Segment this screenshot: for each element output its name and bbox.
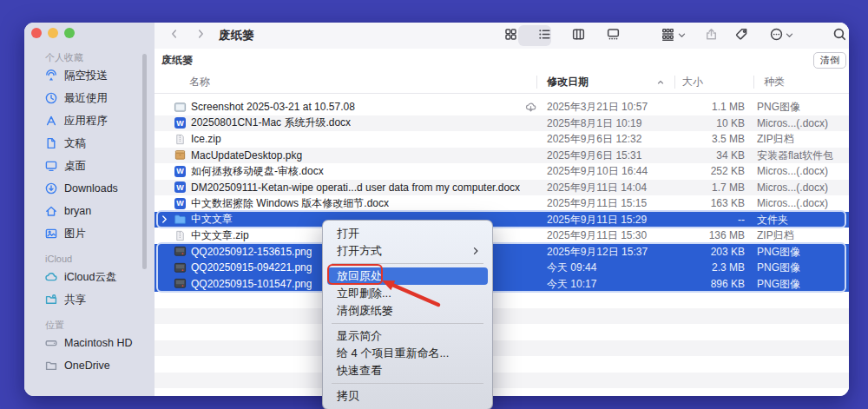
search-button[interactable] — [829, 25, 849, 46]
group-by-button[interactable] — [657, 25, 678, 46]
word-doc-icon: W — [174, 181, 187, 194]
sidebar-item-icloud-drive[interactable]: iCloud云盘 — [24, 266, 155, 288]
sidebar-item-applications[interactable]: 应用程序 — [24, 109, 155, 132]
toolbar: 废纸篓 — [155, 23, 849, 49]
file-name: QQ20250915-094221.png — [191, 261, 312, 274]
column-view-icon — [571, 27, 586, 45]
file-size: 1.1 MB — [658, 99, 745, 115]
file-name-cell: W中文数据擦除 Windows 版本修改细节.docx — [160, 195, 535, 212]
empty-row — [155, 292, 849, 308]
list-view-button[interactable] — [534, 25, 555, 46]
file-name: QQ20250915-101547.png — [191, 278, 312, 290]
sidebar-item-recents[interactable]: 最近使用 — [24, 87, 155, 109]
file-name: 中文数据擦除 Windows 版本修改细节.docx — [191, 196, 389, 211]
sidebar-item-label: 最近使用 — [64, 91, 108, 106]
sidebar-item-documents[interactable]: 文稿 — [24, 132, 155, 155]
tag-icon — [734, 27, 749, 45]
date-modified: 2025年8月1日 10:19 — [547, 115, 641, 132]
file-size: 163 KB — [658, 195, 745, 212]
file-name: 中文文章.zip — [191, 228, 249, 243]
menu-item-quick-look[interactable]: 快速查看 — [327, 362, 488, 379]
table-row[interactable]: QQ20250912-153615.png2025年9月12日 15:37203… — [155, 244, 849, 261]
table-row[interactable]: W中文数据擦除 Windows 版本修改细节.docx2025年9月11日 15… — [155, 195, 849, 212]
table-row[interactable]: MacUpdateDesktop.pkg2025年9月6日 15:3134 KB… — [155, 148, 849, 164]
column-view-button[interactable] — [568, 25, 589, 46]
column-divider[interactable] — [753, 76, 754, 89]
sidebar-item-airdrop[interactable]: 隔空投送 — [24, 64, 155, 87]
file-name-cell: Ice.zip — [160, 131, 535, 148]
disclosure-spacer — [160, 279, 169, 288]
sidebar-item-macintosh-hd[interactable]: Macintosh HD — [24, 332, 155, 354]
sidebar-item-shared[interactable]: 共享 — [24, 288, 155, 311]
menu-item-get-info[interactable]: 显示简介 — [327, 327, 488, 345]
table-row[interactable]: WDM202509111-Ketan-wipe operati...d user… — [155, 180, 849, 196]
png-thumbnail-icon — [174, 261, 187, 274]
disclosure-spacer — [160, 231, 169, 241]
close-button-icon[interactable] — [31, 28, 42, 38]
column-header-date-modified[interactable]: 修改日期 — [547, 71, 589, 93]
disclosure-chevron-icon[interactable] — [160, 214, 169, 224]
zip-archive-icon — [174, 133, 187, 146]
date-modified: 2025年9月10日 16:44 — [547, 163, 648, 180]
column-header-size[interactable]: 大小 — [682, 71, 703, 93]
column-divider[interactable] — [536, 76, 537, 89]
file-size: 34 KB — [658, 148, 745, 164]
file-name: 如何拯救移动硬盘-审核.docx — [191, 164, 324, 179]
disclosure-spacer — [160, 118, 169, 128]
sidebar-scrollbar[interactable] — [142, 54, 147, 269]
menu-item-empty-trash[interactable]: 清倒废纸篓 — [327, 302, 488, 320]
menu-item-open[interactable]: 打开 — [327, 225, 488, 242]
sidebar-item-downloads[interactable]: Downloads — [24, 177, 155, 200]
table-row[interactable]: QQ20250915-101547.png今天 10:17896 KBPNG图像 — [155, 276, 849, 293]
word-doc-icon: W — [174, 116, 187, 129]
clock-icon — [44, 91, 58, 105]
sidebar-item-home[interactable]: bryan — [24, 200, 155, 222]
table-row[interactable]: 中文文章.zip2025年9月11日 15:30136 MBZIP归档 — [155, 228, 849, 244]
menu-item-label: 打开方式 — [337, 244, 382, 257]
file-kind: PNG图像 — [757, 99, 800, 115]
menu-item-copy[interactable]: 拷贝 — [327, 387, 488, 405]
menu-item-open-with[interactable]: 打开方式 — [327, 242, 488, 260]
sidebar-item-desktop[interactable]: 桌面 — [24, 155, 155, 177]
empty-row — [155, 340, 849, 357]
gallery-view-button[interactable] — [602, 25, 623, 46]
share-button[interactable] — [700, 25, 721, 46]
sidebar-item-pictures[interactable]: 图片 — [24, 222, 155, 245]
chevron-down-icon[interactable] — [676, 25, 687, 46]
back-button[interactable] — [165, 26, 184, 45]
empty-row — [155, 388, 849, 396]
menu-item-label: 放回原处 — [337, 269, 382, 282]
column-divider[interactable] — [674, 76, 675, 89]
table-row[interactable]: W如何拯救移动硬盘-审核.docx2025年9月10日 16:44252 KBM… — [155, 163, 849, 180]
tags-button[interactable] — [731, 25, 752, 46]
cloud-download-icon[interactable] — [524, 101, 537, 114]
menu-item-delete-immediately[interactable]: 立即删除... — [327, 285, 488, 302]
table-row[interactable]: W20250801CN1-Mac 系统升级.docx2025年8月1日 10:1… — [155, 115, 849, 132]
ellipsis-circle-icon — [769, 27, 784, 45]
column-header-kind[interactable]: 种类 — [764, 71, 785, 93]
grid-view-icon — [503, 27, 518, 45]
minimize-button-icon[interactable] — [48, 28, 58, 38]
zoom-button-icon[interactable] — [64, 28, 75, 38]
menu-separator — [332, 383, 483, 384]
sidebar-item-onedrive[interactable]: OneDrive — [24, 354, 155, 377]
forward-button[interactable] — [191, 26, 210, 45]
table-row[interactable]: QQ20250915-094221.png今天 09:442.3 MBPNG图像 — [155, 260, 849, 276]
table-row[interactable]: 中文文章2025年9月11日 15:29--文件夹 — [155, 212, 849, 228]
table-row[interactable]: Ice.zip2025年9月6日 12:323.5 MBZIP归档 — [155, 131, 849, 148]
menu-item-label: 拷贝 — [337, 389, 359, 402]
chevron-left-icon — [168, 28, 181, 43]
column-header-name[interactable]: 名称 — [189, 71, 210, 93]
empty-trash-button[interactable]: 清倒 — [813, 52, 846, 69]
sidebar-section-label: iCloud — [45, 252, 155, 266]
menu-item-rename-items[interactable]: 给 4 个项目重新命名... — [327, 345, 488, 362]
menu-item-label: 清倒废纸篓 — [337, 304, 393, 317]
disclosure-spacer — [160, 135, 169, 144]
chevron-down-icon[interactable] — [784, 25, 794, 46]
sidebar-item-label: 隔空投送 — [64, 69, 108, 83]
table-row[interactable]: Screenshot 2025-03-21 at 10.57.082025年3月… — [155, 99, 849, 115]
chevron-down-icon — [785, 28, 794, 43]
menu-item-put-back[interactable]: 放回原处 — [327, 267, 488, 285]
file-name-cell: W20250801CN1-Mac 系统升级.docx — [160, 115, 535, 132]
screenshot-frame: 个人收藏隔空投送最近使用应用程序文稿桌面Downloadsbryan图片iClo… — [0, 0, 868, 409]
